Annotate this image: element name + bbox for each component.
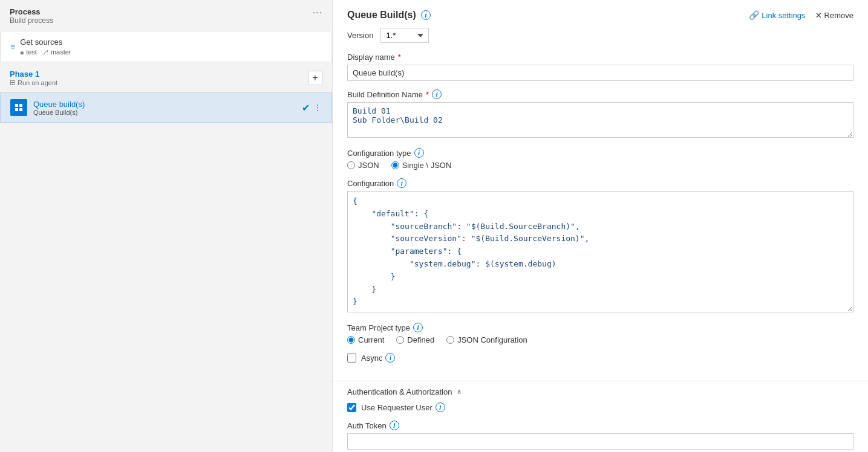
configuration-input[interactable]: { "default": { "sourceBranch": "$(Build.… (347, 191, 853, 312)
left-panel: Process Build process ··· ≡ Get sources … (0, 0, 333, 452)
auth-token-info-icon[interactable]: i (390, 421, 399, 430)
task-content: Queue build(s) Queue Build(s) (33, 100, 296, 116)
link-settings-button[interactable]: 🔗 Link settings (749, 10, 805, 20)
version-select[interactable]: 1.* 2.* (380, 28, 429, 43)
display-name-field: Display name * (347, 53, 853, 81)
config-type-json-radio[interactable] (347, 161, 355, 169)
auth-token-input[interactable] (347, 433, 853, 450)
display-name-input[interactable] (347, 65, 853, 81)
configuration-field: Configuration i { "default": { "sourceBr… (347, 178, 853, 314)
run-on-agent-icon: ⊟ (10, 79, 15, 86)
auth-token-label: Auth Token i (347, 421, 853, 430)
auth-header[interactable]: Authentication & Authorization ∧ (347, 381, 853, 402)
task-menu-icon[interactable]: ⋮ (313, 103, 322, 112)
svg-rect-1 (19, 104, 22, 107)
header-actions: 🔗 Link settings ✕ Remove (749, 10, 853, 20)
async-checkbox[interactable] (347, 354, 356, 363)
right-panel: Queue Build(s) i 🔗 Link settings ✕ Remov… (333, 0, 868, 452)
auth-section: Authentication & Authorization ∧ Use Req… (333, 381, 868, 452)
title-info-icon[interactable]: i (421, 10, 431, 20)
branch-icon (42, 48, 49, 56)
get-sources-item[interactable]: ≡ Get sources test master (0, 31, 332, 62)
add-task-button[interactable]: + (308, 71, 322, 85)
use-requester-checkbox[interactable] (347, 403, 356, 412)
process-title: Process (10, 7, 53, 16)
right-panel-title: Queue Build(s) (347, 10, 416, 21)
svg-rect-3 (19, 108, 22, 111)
phase-title-group: Phase 1 ⊟ Run on agent (10, 69, 57, 86)
display-name-label: Display name * (347, 53, 853, 62)
queue-build-task-item[interactable]: Queue build(s) Queue Build(s) ✔ ⋮ (0, 92, 332, 123)
remove-button[interactable]: ✕ Remove (815, 11, 853, 20)
build-def-info-icon[interactable]: i (432, 89, 442, 99)
task-check-icon: ✔ (302, 102, 310, 114)
remove-label: Remove (824, 11, 853, 20)
team-project-field: Team Project type i Current Defined JSON… (347, 323, 853, 344)
diamond-icon (20, 48, 24, 56)
async-row: Async i (347, 353, 853, 363)
process-title-group: Process Build process (10, 7, 53, 25)
team-project-current-option[interactable]: Current (347, 335, 384, 344)
form-section: Display name * Build Definition Name * i… (333, 53, 868, 381)
version-label: Version (347, 31, 373, 40)
build-def-field: Build Definition Name * i Build 01 Sub F… (347, 89, 853, 140)
use-requester-label[interactable]: Use Requester User i (361, 402, 445, 412)
build-def-input[interactable]: Build 01 Sub Folder\Build 02 (347, 102, 853, 138)
process-subtitle: Build process (10, 16, 53, 25)
async-info-icon[interactable]: i (385, 353, 395, 363)
process-menu-icon[interactable]: ··· (313, 7, 322, 18)
use-requester-row: Use Requester User i (347, 402, 853, 412)
build-def-required-star: * (426, 90, 429, 99)
task-subtitle: Queue Build(s) (33, 109, 296, 116)
configuration-label: Configuration i (347, 178, 853, 188)
tag-master: master (42, 48, 71, 56)
build-icon (14, 103, 24, 112)
chain-icon: 🔗 (749, 10, 759, 20)
task-icon (10, 99, 27, 116)
configuration-info-icon[interactable]: i (397, 178, 406, 188)
get-sources-tags: test master (20, 48, 71, 56)
config-type-json-option[interactable]: JSON (347, 161, 379, 170)
team-project-defined-radio[interactable] (396, 336, 404, 344)
phase-subtitle: ⊟ Run on agent (10, 79, 57, 86)
auth-chevron-icon: ∧ (457, 388, 462, 396)
svg-rect-2 (15, 108, 18, 111)
process-header: Process Build process ··· (0, 0, 332, 31)
version-row: Version 1.* 2.* (333, 28, 868, 43)
async-label[interactable]: Async i (361, 353, 395, 363)
team-project-current-radio[interactable] (347, 336, 355, 344)
build-def-label: Build Definition Name * i (347, 89, 853, 99)
team-project-info-icon[interactable]: i (413, 323, 423, 332)
get-sources-icon: ≡ (10, 42, 15, 51)
task-actions: ✔ ⋮ (302, 102, 322, 114)
x-icon: ✕ (815, 11, 822, 20)
auth-title: Authentication & Authorization (347, 387, 452, 396)
link-settings-label: Link settings (762, 11, 805, 20)
get-sources-title: Get sources (20, 37, 71, 47)
right-panel-header: Queue Build(s) i 🔗 Link settings ✕ Remov… (333, 0, 868, 28)
right-title-group: Queue Build(s) i (347, 10, 431, 21)
team-project-json-radio[interactable] (446, 336, 454, 344)
use-requester-info-icon[interactable]: i (436, 402, 445, 412)
svg-rect-0 (15, 104, 18, 107)
config-type-field: Configuration type i JSON Single \ JSON (347, 148, 853, 170)
team-project-defined-option[interactable]: Defined (396, 335, 434, 344)
config-type-info-icon[interactable]: i (414, 148, 424, 158)
config-type-label: Configuration type i (347, 148, 853, 158)
team-project-label: Team Project type i (347, 323, 853, 332)
team-project-radio-group: Current Defined JSON Configuration (347, 335, 853, 344)
config-type-single-json-radio[interactable] (391, 161, 399, 169)
config-type-radio-group: JSON Single \ JSON (347, 161, 853, 170)
task-title: Queue build(s) (33, 100, 296, 109)
phase-header: Phase 1 ⊟ Run on agent + (0, 63, 332, 92)
get-sources-content: Get sources test master (20, 37, 71, 56)
auth-token-field: Auth Token i (347, 421, 853, 450)
team-project-json-option[interactable]: JSON Configuration (446, 335, 527, 344)
phase-title[interactable]: Phase 1 (10, 69, 57, 79)
config-type-single-json-option[interactable]: Single \ JSON (391, 161, 452, 170)
required-star: * (398, 53, 401, 62)
tag-test: test (20, 48, 37, 56)
